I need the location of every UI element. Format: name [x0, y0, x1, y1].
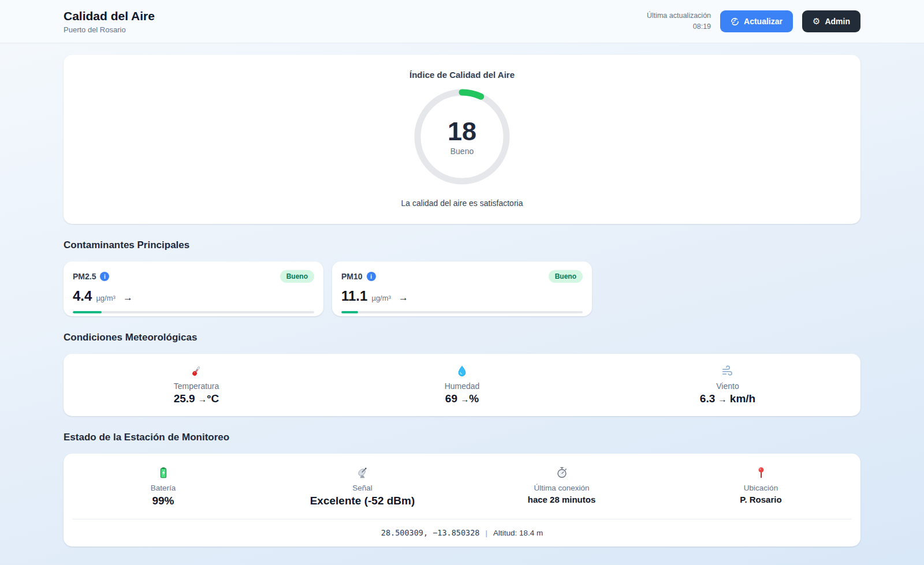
trend-arrow-icon: → [718, 394, 727, 404]
aqi-title: Índice de Calidad del Aire [409, 70, 515, 80]
pollutant-value: 4.4 [73, 288, 92, 304]
station-card: Batería 99% Señal Excelente (-52 dBm) [64, 454, 860, 547]
pollutant-card-pm10[interactable]: PM10 i Bueno 11.1 µg/m³ → [332, 261, 592, 316]
trend-arrow-icon: → [123, 292, 133, 304]
weather-item-temperature: Temperatura 25.9 →°C [64, 365, 329, 405]
satellite-icon [263, 466, 462, 480]
admin-button-label: Admin [825, 17, 850, 26]
station-value: P. Rosario [661, 495, 860, 504]
app-header: Calidad del Aire Puerto del Rosario Últi… [0, 0, 924, 43]
station-value: 99% [64, 495, 263, 507]
station-coordinates: 28.500309, −13.850328 | Altitud: 18.4 m [64, 519, 860, 547]
aqi-value: 18 [448, 118, 476, 145]
weather-label: Viento [595, 381, 860, 391]
weather-label: Temperatura [64, 381, 329, 391]
page-title: Calidad del Aire [64, 9, 155, 24]
weather-item-humidity: Humedad 69 →% [329, 365, 595, 405]
pollutant-name: PM10 [341, 272, 363, 281]
page-subtitle: Puerto del Rosario [64, 25, 155, 34]
pollutant-progress-fill [341, 311, 358, 313]
section-title-pollutants: Contaminantes Principales [64, 240, 860, 251]
last-update-label: Última actualización [647, 10, 711, 21]
pollutant-progress-track [73, 311, 314, 313]
info-icon[interactable]: i [100, 272, 109, 281]
aqi-description: La calidad del aire es satisfactoria [401, 199, 523, 208]
weather-card: Temperatura 25.9 →°C Humedad 69 →% [64, 354, 860, 416]
thermometer-icon [64, 365, 329, 379]
trend-arrow-icon: → [398, 292, 408, 304]
pollutant-unit: µg/m³ [371, 294, 391, 302]
aqi-gauge: 18 Bueno [413, 88, 511, 186]
gear-icon: ⚙ [813, 17, 820, 26]
station-item-location: Ubicación P. Rosario [661, 466, 860, 507]
aqi-category: Bueno [450, 147, 474, 156]
last-update-time: 08:19 [647, 21, 711, 32]
pollutant-grid: PM2.5 i Bueno 4.4 µg/m³ → PM10 i Bueno [64, 261, 860, 316]
coordinates-value: 28.500309, −13.850328 [381, 528, 480, 537]
wind-icon [595, 365, 860, 379]
altitude-value: Altitud: 18.4 m [493, 529, 543, 537]
refresh-button[interactable]: Actualizar [720, 10, 793, 32]
station-label: Señal [263, 484, 462, 492]
weather-item-wind: Viento 6.3 → km/h [595, 365, 860, 405]
refresh-button-label: Actualizar [744, 17, 783, 26]
stopwatch-icon [462, 466, 661, 480]
weather-value: 69 →% [329, 392, 595, 405]
section-title-station: Estado de la Estación de Monitoreo [64, 432, 860, 443]
station-item-battery: Batería 99% [64, 466, 263, 507]
status-badge: Bueno [549, 270, 583, 283]
droplet-icon [329, 365, 595, 379]
section-title-weather: Condiciones Meteorológicas [64, 332, 860, 343]
trend-arrow-icon: → [198, 394, 207, 404]
weather-value: 6.3 → km/h [595, 392, 860, 405]
station-item-signal: Señal Excelente (-52 dBm) [263, 466, 462, 507]
weather-label: Humedad [329, 381, 595, 391]
aqi-card: Índice de Calidad del Aire 18 Bueno La c… [64, 55, 860, 224]
pollutant-unit: µg/m³ [96, 294, 116, 302]
station-label: Batería [64, 484, 263, 492]
station-label: Última conexión [462, 484, 661, 492]
pollutant-card-pm25[interactable]: PM2.5 i Bueno 4.4 µg/m³ → [64, 261, 323, 316]
station-value: Excelente (-52 dBm) [263, 495, 462, 507]
pollutant-name: PM2.5 [73, 272, 96, 281]
info-icon[interactable]: i [367, 272, 376, 281]
battery-icon [64, 466, 263, 480]
header-titles: Calidad del Aire Puerto del Rosario [64, 9, 155, 33]
status-badge: Bueno [280, 270, 314, 283]
station-label: Ubicación [661, 484, 860, 492]
pollutant-value: 11.1 [341, 288, 367, 304]
last-update: Última actualización 08:19 [647, 10, 711, 32]
station-item-last-connection: Última conexión hace 28 minutos [462, 466, 661, 507]
pollutant-progress-track [341, 311, 583, 313]
refresh-icon [731, 17, 739, 26]
pin-icon [661, 466, 860, 480]
trend-arrow-icon: → [460, 394, 469, 404]
coordinates-separator: | [485, 529, 487, 537]
weather-value: 25.9 →°C [64, 392, 329, 405]
pollutant-progress-fill [73, 311, 102, 313]
station-value: hace 28 minutos [462, 495, 661, 504]
admin-button[interactable]: ⚙ Admin [802, 10, 860, 32]
